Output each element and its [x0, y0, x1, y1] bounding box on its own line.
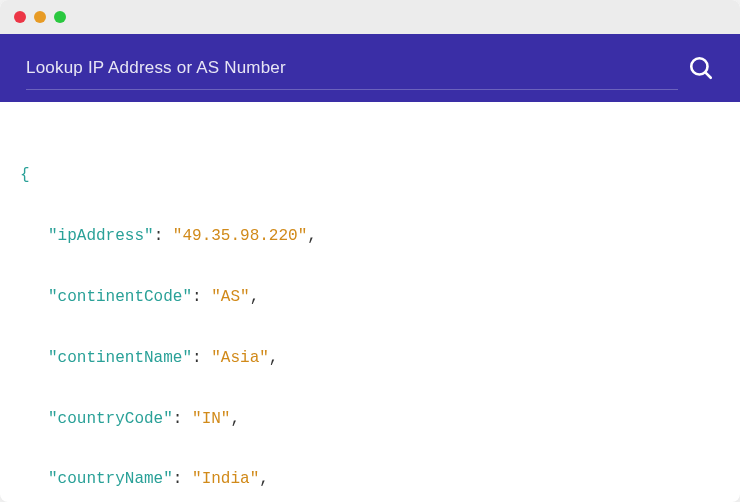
- json-value: "49.35.98.220": [173, 227, 307, 245]
- search-underline: [26, 89, 678, 90]
- json-brace-open: {: [20, 166, 30, 184]
- json-response: { "ipAddress": "49.35.98.220", "continen…: [0, 102, 740, 502]
- svg-line-1: [705, 72, 710, 77]
- json-value: "AS": [211, 288, 249, 306]
- close-icon[interactable]: [14, 11, 26, 23]
- json-value: "IN": [192, 410, 230, 428]
- json-key: "countryCode": [48, 410, 173, 428]
- minimize-icon[interactable]: [34, 11, 46, 23]
- json-value: "India": [192, 470, 259, 488]
- search-input[interactable]: [26, 58, 688, 78]
- json-value: "Asia": [211, 349, 269, 367]
- json-key: "ipAddress": [48, 227, 154, 245]
- window-titlebar: [0, 0, 740, 34]
- json-key: "continentCode": [48, 288, 192, 306]
- search-bar: [0, 34, 740, 102]
- app-window: { "ipAddress": "49.35.98.220", "continen…: [0, 0, 740, 502]
- json-key: "continentName": [48, 349, 192, 367]
- maximize-icon[interactable]: [54, 11, 66, 23]
- json-key: "countryName": [48, 470, 173, 488]
- search-icon[interactable]: [688, 55, 714, 81]
